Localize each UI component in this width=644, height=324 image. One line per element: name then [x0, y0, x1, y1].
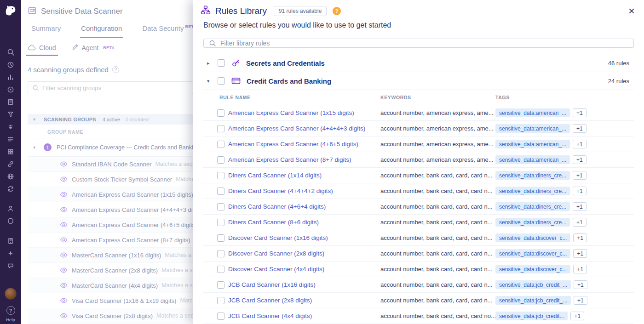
- eye-icon: [60, 206, 68, 213]
- tag-pill[interactable]: sensitive_data:discover_c...: [495, 233, 570, 242]
- tag-pill[interactable]: sensitive_data:american_...: [495, 124, 570, 133]
- tag-more-pill[interactable]: +1: [574, 280, 587, 289]
- rule-checkbox[interactable]: [217, 109, 224, 117]
- subtab-agent[interactable]: AgentBETA: [72, 44, 115, 56]
- rule-checkbox[interactable]: [217, 125, 224, 132]
- close-icon[interactable]: ×: [626, 6, 638, 17]
- app-window: ? Help Sensitive Data Scanner Summary Co…: [0, 0, 644, 324]
- tag-more-pill[interactable]: +1: [573, 249, 587, 258]
- eye-icon: [60, 312, 68, 319]
- watchdog-icon[interactable]: [4, 84, 17, 95]
- eye-icon: [60, 297, 68, 304]
- library-rule-row: Diners Card Scanner (4+4+4+2 digits)acco…: [203, 183, 634, 199]
- sparkles-icon[interactable]: [4, 248, 17, 258]
- table-band-title: SCANNING GROUPS: [44, 117, 96, 122]
- rule-checkbox[interactable]: [217, 188, 224, 195]
- column-group-name: GROUP NAME: [47, 129, 83, 135]
- groups-help-icon[interactable]: ?: [112, 66, 119, 73]
- rule-checkbox[interactable]: [217, 266, 224, 273]
- tag-more-pill[interactable]: +1: [573, 202, 586, 211]
- metrics-icon[interactable]: [4, 72, 17, 82]
- chevron-down-icon[interactable]: ▾: [33, 117, 35, 122]
- column-keywords: KEYWORDS: [380, 95, 495, 100]
- subtab-cloud[interactable]: Cloud: [28, 44, 56, 56]
- section-checkbox[interactable]: [218, 77, 225, 85]
- group-priority-badge: 1: [44, 143, 52, 151]
- tag-pill[interactable]: sensitive_data:diners_cre...: [495, 202, 570, 211]
- section-label: Credit Cards and Banking: [247, 77, 331, 85]
- tag-pill[interactable]: sensitive_data:discover_c...: [495, 249, 570, 258]
- section-checkbox[interactable]: [218, 59, 225, 67]
- library-rule-row: JCB Card Scanner (4x4 digits)account num…: [203, 308, 634, 324]
- rum-icon[interactable]: [4, 203, 17, 214]
- pipelines-icon[interactable]: [4, 109, 17, 119]
- history-icon[interactable]: [4, 59, 17, 70]
- security-icon[interactable]: [4, 216, 17, 226]
- rule-checkbox[interactable]: [217, 219, 224, 226]
- search-icon: [209, 40, 216, 47]
- tab-summary[interactable]: Summary: [31, 24, 61, 38]
- chevron-down-icon[interactable]: ▾: [33, 145, 35, 150]
- tag-pill[interactable]: sensitive_data:diners_cre...: [495, 171, 570, 180]
- library-rule-row: Diners Card Scanner (8+6 digits)account …: [203, 215, 634, 230]
- rule-checkbox[interactable]: [217, 156, 224, 164]
- page-title: Sensitive Data Scanner: [41, 7, 123, 16]
- tag-more-pill[interactable]: +1: [570, 312, 584, 320]
- rule-checkbox[interactable]: [217, 281, 224, 289]
- rule-checkbox[interactable]: [217, 250, 224, 257]
- tag-pill[interactable]: sensitive_data:diners_cre...: [495, 187, 570, 195]
- help-icon[interactable]: ?: [6, 306, 15, 315]
- tag-pill[interactable]: sensitive_data:jcb_credit...: [495, 312, 568, 320]
- organization-icon[interactable]: [4, 235, 17, 246]
- chevron-right-icon[interactable]: ▸: [207, 60, 214, 66]
- library-rules-search-input[interactable]: [220, 40, 628, 47]
- chevron-down-icon[interactable]: ▾: [207, 78, 214, 84]
- tag-more-pill[interactable]: +1: [573, 171, 586, 180]
- tag-pill[interactable]: sensitive_data:american_...: [495, 108, 570, 117]
- cicd-icon[interactable]: [4, 183, 17, 194]
- tag-pill[interactable]: sensitive_data:jcb_credit_...: [495, 280, 571, 289]
- logs-icon[interactable]: [4, 134, 17, 144]
- tag-more-pill[interactable]: +1: [573, 140, 586, 148]
- tab-data-security[interactable]: Data SecurityBETA: [142, 24, 196, 38]
- user-avatar[interactable]: [5, 288, 17, 300]
- rule-checkbox[interactable]: [217, 313, 224, 320]
- tab-configuration[interactable]: Configuration: [81, 24, 122, 38]
- support-chat-icon[interactable]: [4, 260, 17, 271]
- scanning-groups-search[interactable]: [28, 81, 193, 94]
- eye-icon: [60, 191, 68, 198]
- tag-more-pill[interactable]: +1: [573, 155, 586, 164]
- infrastructure-icon[interactable]: [4, 146, 17, 157]
- tag-more-pill[interactable]: +1: [573, 218, 586, 227]
- help-bubble-icon[interactable]: ?: [333, 7, 341, 15]
- section-credit-cards-and-banking[interactable]: ▾ Credit Cards and Banking 24 rules: [203, 72, 634, 90]
- datadog-logo-icon[interactable]: [4, 4, 17, 17]
- integrations-icon[interactable]: [4, 159, 17, 169]
- tag-more-pill[interactable]: +1: [573, 265, 587, 273]
- tag-pill[interactable]: sensitive_data:discover_c...: [495, 265, 570, 273]
- notebook-icon[interactable]: [4, 97, 17, 107]
- scanning-groups-search-input[interactable]: [42, 85, 189, 91]
- rule-checkbox[interactable]: [217, 203, 224, 210]
- section-secrets-and-credentials[interactable]: ▸ Secrets and Credentials 46 rules: [203, 54, 634, 72]
- tag-more-pill[interactable]: +1: [573, 108, 586, 117]
- rule-checkbox[interactable]: [217, 297, 224, 304]
- tag-more-pill[interactable]: +1: [573, 187, 586, 195]
- rule-checkbox[interactable]: [217, 141, 224, 148]
- pencil-icon: [72, 44, 79, 52]
- paw-icon[interactable]: [4, 121, 17, 132]
- library-rules-search[interactable]: [203, 39, 634, 48]
- tag-more-pill[interactable]: +1: [574, 296, 587, 305]
- tag-pill[interactable]: sensitive_data:diners_cre...: [495, 218, 570, 227]
- tag-pill[interactable]: sensitive_data:jcb_credit_...: [495, 296, 571, 305]
- library-rule-row: Diners Card Scanner (1x14 digits)account…: [203, 168, 634, 183]
- tag-pill[interactable]: sensitive_data:american_...: [495, 155, 570, 164]
- rule-checkbox[interactable]: [217, 172, 224, 179]
- library-rule-row: Discover Card Scanner (1x16 digits)accou…: [203, 230, 634, 246]
- synthetics-icon[interactable]: [4, 171, 17, 182]
- tag-more-pill[interactable]: +1: [573, 233, 587, 242]
- tag-pill[interactable]: sensitive_data:american_...: [495, 140, 570, 148]
- rule-checkbox[interactable]: [217, 234, 224, 242]
- tag-more-pill[interactable]: +1: [573, 124, 586, 133]
- search-icon[interactable]: [4, 47, 17, 57]
